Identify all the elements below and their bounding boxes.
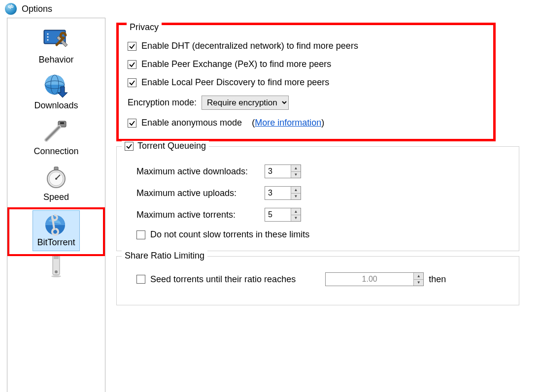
- seed-ratio-input: [326, 273, 413, 286]
- spinner-up[interactable]: ▲: [291, 187, 301, 194]
- lpd-checkbox[interactable]: [128, 78, 136, 87]
- max-torrents-input[interactable]: [265, 208, 291, 221]
- privacy-group: Privacy Enable DHT (decentralized networ…: [116, 23, 496, 141]
- dht-label: Enable DHT (decentralized network) to fi…: [141, 41, 358, 51]
- spinner-down: ▼: [414, 280, 423, 286]
- window-title: Options: [22, 4, 52, 14]
- spinner-down[interactable]: ▼: [291, 215, 301, 222]
- max-downloads-label: Maximum active downloads:: [136, 166, 260, 177]
- spinner-up[interactable]: ▲: [291, 208, 301, 215]
- svg-point-2: [47, 33, 49, 35]
- max-uploads-spinner[interactable]: ▲▼: [265, 186, 301, 200]
- slow-torrents-checkbox[interactable]: [136, 230, 145, 239]
- max-torrents-label: Maximum active torrents:: [136, 210, 260, 220]
- svg-rect-17: [54, 256, 59, 259]
- max-uploads-label: Maximum active uploads:: [136, 188, 260, 198]
- seed-ratio-checkbox[interactable]: [136, 275, 145, 284]
- encryption-mode-select[interactable]: Require encryption: [202, 96, 289, 110]
- pex-label: Enable Peer Exchange (PeX) to find more …: [141, 59, 331, 69]
- dht-checkbox[interactable]: [128, 42, 136, 51]
- sidebar-item-label: Speed: [43, 192, 69, 202]
- sidebar-item-bittorrent[interactable]: BitTorrent: [7, 207, 105, 256]
- svg-rect-12: [54, 167, 58, 170]
- stopwatch-icon: [40, 164, 72, 190]
- sidebar: Behavior Downloads: [7, 18, 105, 392]
- svg-point-18: [55, 270, 58, 273]
- more-information-link[interactable]: More information: [255, 118, 321, 128]
- server-icon: [40, 257, 72, 275]
- sidebar-item-label: Downloads: [34, 100, 78, 111]
- svg-point-14: [55, 178, 57, 180]
- lpd-label: Enable Local Peer Discovery to find more…: [141, 77, 329, 88]
- sidebar-item-behavior[interactable]: Behavior: [7, 24, 105, 70]
- svg-rect-9: [60, 122, 64, 124]
- svg-point-3: [47, 36, 49, 38]
- max-torrents-spinner[interactable]: ▲▼: [265, 208, 301, 222]
- sidebar-item-label: Connection: [34, 146, 78, 157]
- sidebar-item-label: Behavior: [38, 55, 73, 65]
- globe-download-icon: [40, 73, 72, 98]
- spinner-down[interactable]: ▼: [291, 172, 301, 178]
- seed-ratio-label: Seed torrents until their ratio reaches: [150, 274, 296, 285]
- spinner-up[interactable]: ▲: [291, 165, 301, 172]
- content-panel: Privacy Enable DHT (decentralized networ…: [105, 18, 533, 310]
- encryption-label: Encryption mode:: [128, 98, 197, 108]
- queueing-checkbox[interactable]: [125, 142, 134, 151]
- sidebar-item-connection[interactable]: Connection: [7, 116, 105, 162]
- seed-ratio-spinner: ▲▼: [325, 272, 424, 286]
- sidebar-item-downloads[interactable]: Downloads: [7, 70, 105, 116]
- svg-point-4: [47, 39, 49, 41]
- max-downloads-spinner[interactable]: ▲▼: [265, 164, 301, 178]
- app-icon: [5, 3, 17, 15]
- globe-wrench-icon: [40, 212, 72, 237]
- network-cable-icon: [40, 119, 72, 144]
- then-label: then: [429, 274, 446, 285]
- ratio-group: Share Ratio Limiting Seed torrents until…: [116, 256, 519, 305]
- sidebar-item-webui[interactable]: [7, 256, 105, 280]
- anonymous-label: Enable anonymous mode: [141, 118, 242, 128]
- sidebar-item-speed[interactable]: Speed: [7, 162, 105, 207]
- max-downloads-input[interactable]: [265, 165, 291, 178]
- queueing-group: Torrent Queueing Maximum active download…: [116, 146, 519, 251]
- spinner-down[interactable]: ▼: [291, 194, 301, 200]
- slow-torrents-label: Do not count slow torrents in these limi…: [150, 229, 309, 240]
- group-title: Share Ratio Limiting: [122, 251, 207, 261]
- pex-checkbox[interactable]: [128, 60, 136, 69]
- svg-point-19: [51, 275, 61, 277]
- anonymous-checkbox[interactable]: [128, 119, 136, 128]
- group-title-label: Torrent Queueing: [137, 141, 206, 151]
- group-title: Privacy: [127, 22, 162, 33]
- sidebar-item-label: BitTorrent: [37, 237, 75, 248]
- spinner-up: ▲: [414, 273, 423, 280]
- max-uploads-input[interactable]: [265, 187, 291, 199]
- monitor-tools-icon: [40, 27, 72, 53]
